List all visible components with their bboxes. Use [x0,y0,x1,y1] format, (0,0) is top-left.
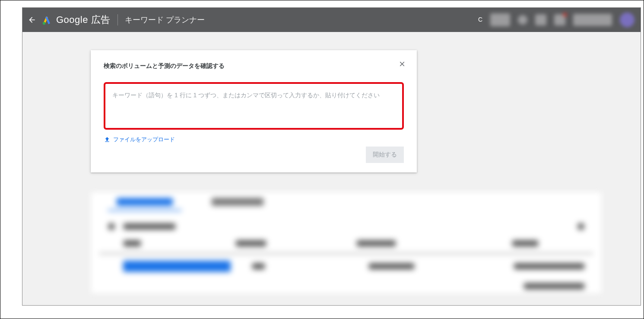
topbar-right: C [478,8,641,32]
close-icon [398,60,406,68]
keyword-input-highlight [104,82,404,130]
app-window: Google 広告 キーワード プランナー C [22,7,641,306]
topbar-notification-icon [554,14,565,26]
svg-point-0 [43,22,45,25]
close-button[interactable] [397,59,407,69]
brand-suffix: 広告 [88,14,111,25]
dialog-title: 検索のボリュームと予測のデータを確認する [104,62,404,70]
topbar-icon-blurred [518,15,527,25]
background-table-blurred [91,192,602,293]
topbar-icon-blurred [535,14,546,26]
brand-prefix: Google [56,14,88,25]
topbar: Google 広告 キーワード プランナー C [22,8,641,32]
content-area: 検索のボリュームと予測のデータを確認する ファイルをアップロード [22,32,641,305]
google-ads-logo-icon [41,15,52,25]
upload-file-label: ファイルをアップロード [113,136,175,144]
topbar-text-blurred [573,14,612,26]
arrow-left-icon [28,16,36,24]
start-button[interactable]: 開始する [366,147,404,163]
back-button[interactable] [27,15,37,25]
app-frame: Google 広告 キーワード プランナー C [0,0,644,319]
keyword-input[interactable] [112,92,395,120]
topbar-account-char: C [478,16,482,23]
search-volume-dialog: 検索のボリュームと予測のデータを確認する ファイルをアップロード [91,50,417,172]
dialog-footer: 開始する [104,147,404,163]
upload-file-link[interactable]: ファイルをアップロード [104,136,175,144]
topbar-item-blurred [490,13,510,26]
upload-icon [104,136,111,143]
avatar [620,13,634,27]
brand-label: Google 広告 [56,13,111,26]
divider [117,14,118,26]
tool-name: キーワード プランナー [125,15,205,25]
